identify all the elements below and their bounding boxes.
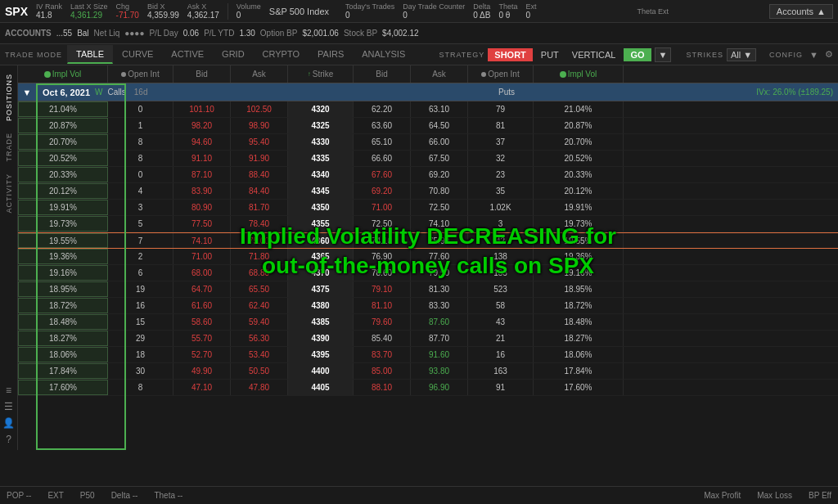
bid-right-cell[interactable]: 88.10 <box>354 380 411 395</box>
ask-right-cell[interactable]: 93.80 <box>411 363 468 379</box>
bid-right-cell[interactable]: 67.60 <box>354 167 411 182</box>
ask-cell[interactable]: 53.40 <box>231 347 288 362</box>
strike-cell[interactable]: 4385 <box>288 314 354 330</box>
bid-right-cell[interactable]: 71.00 <box>354 200 411 215</box>
accounts-button[interactable]: Accounts ▲ <box>769 4 833 19</box>
strike-cell[interactable]: 4405 <box>288 380 354 395</box>
strike-cell[interactable]: 4370 <box>288 265 354 281</box>
strike-cell[interactable]: 4325 <box>288 118 354 133</box>
table-row[interactable]: 20.33% 0 87.10 88.40 4340 67.60 69.20 23… <box>18 167 838 183</box>
bid-right-cell[interactable]: 85.40 <box>354 331 411 346</box>
ask-right-cell[interactable]: 87.60 <box>411 314 468 330</box>
bid-cell[interactable]: 77.50 <box>173 216 231 232</box>
bid-cell[interactable]: 68.00 <box>173 265 231 281</box>
ask-cell[interactable]: 78.40 <box>231 216 288 232</box>
strike-cell[interactable]: 4400 <box>288 363 354 379</box>
bid-cell[interactable]: 83.90 <box>173 183 231 199</box>
expiry-arrow[interactable]: ▼ <box>18 88 36 97</box>
bid-right-cell[interactable]: 74.10 <box>354 233 411 248</box>
bid-right-cell[interactable]: 79.10 <box>354 281 411 297</box>
bid-right-cell[interactable]: 69.20 <box>354 183 411 199</box>
ask-right-cell[interactable]: 64.50 <box>411 118 468 133</box>
table-row[interactable]: 18.48% 15 58.60 59.40 4385 79.60 87.60 4… <box>18 314 838 331</box>
tab-pairs[interactable]: PAIRS <box>309 45 353 64</box>
ask-cell[interactable]: 50.50 <box>231 363 288 379</box>
table-row[interactable]: 20.52% 8 91.10 91.90 4335 66.60 67.50 32… <box>18 151 838 167</box>
table-row[interactable]: 20.12% 4 83.90 84.40 4345 69.20 70.80 35… <box>18 183 838 200</box>
bid-right-cell[interactable]: 63.60 <box>354 118 411 133</box>
ask-cell[interactable]: 65.50 <box>231 281 288 297</box>
ask-cell[interactable]: 84.40 <box>231 183 288 199</box>
expiry-row[interactable]: ▼ Oct 6, 2021 W Calls 16d Puts IVx: 26.0… <box>18 83 838 101</box>
strategy-dropdown-arrow[interactable]: ▼ <box>655 47 672 62</box>
bid-right-cell[interactable]: 81.10 <box>354 298 411 313</box>
bid-cell[interactable]: 80.90 <box>173 200 231 215</box>
tab-analysis[interactable]: ANALYSIS <box>353 45 414 64</box>
strike-cell[interactable]: 4355 <box>288 216 354 232</box>
bid-right-cell[interactable]: 66.60 <box>354 151 411 166</box>
ask-cell[interactable]: 47.80 <box>231 380 288 395</box>
strike-cell[interactable]: 4340 <box>288 167 354 182</box>
ask-right-cell[interactable]: 67.50 <box>411 151 468 166</box>
ask-right-cell[interactable]: 91.60 <box>411 347 468 362</box>
strike-cell[interactable]: 4360 <box>288 233 354 248</box>
ask-cell[interactable]: 75.00 <box>231 233 288 248</box>
table-row[interactable]: 21.04% 0 101.10 102.50 4320 62.20 63.10 … <box>18 101 838 118</box>
bid-right-cell[interactable]: 79.60 <box>354 314 411 330</box>
bid-right-cell[interactable]: 85.00 <box>354 363 411 379</box>
ask-right-cell[interactable]: 70.80 <box>411 183 468 199</box>
bid-right-cell[interactable]: 78.60 <box>354 265 411 281</box>
ask-cell[interactable]: 98.90 <box>231 118 288 133</box>
table-row[interactable]: 18.27% 29 55.70 56.30 4390 85.40 87.70 2… <box>18 331 838 347</box>
ask-cell[interactable]: 68.80 <box>231 265 288 281</box>
bid-right-cell[interactable]: 76.90 <box>354 249 411 264</box>
strike-cell[interactable]: 4345 <box>288 183 354 199</box>
bid-cell[interactable]: 58.60 <box>173 314 231 330</box>
bid-right-cell[interactable]: 62.20 <box>354 101 411 117</box>
tab-table[interactable]: TABLE <box>67 45 113 64</box>
ask-right-cell[interactable]: 79.50 <box>411 265 468 281</box>
ask-right-cell[interactable]: 96.90 <box>411 380 468 395</box>
ask-cell[interactable]: 81.70 <box>231 200 288 215</box>
ask-cell[interactable]: 56.30 <box>231 331 288 346</box>
sidebar-tab-activity[interactable]: ACTIVITY <box>3 169 15 218</box>
bid-cell[interactable]: 55.70 <box>173 331 231 346</box>
strikes-select[interactable]: All ▼ <box>727 48 756 61</box>
strategy-put[interactable]: PUT <box>536 48 564 61</box>
sidebar-tab-positions[interactable]: POSITIONS <box>3 69 15 126</box>
table-row[interactable]: 17.84% 30 49.90 50.50 4400 85.00 93.80 1… <box>18 363 838 380</box>
bid-cell[interactable]: 52.70 <box>173 347 231 362</box>
strike-cell[interactable]: 4335 <box>288 151 354 166</box>
strategy-vertical[interactable]: VERTICAL <box>567 48 621 61</box>
table-row[interactable]: 19.73% 5 77.50 78.40 4355 72.50 74.10 3 … <box>18 216 838 232</box>
bid-cell[interactable]: 98.20 <box>173 118 231 133</box>
tab-curve[interactable]: CURVE <box>113 45 162 64</box>
menu-icon[interactable]: ≡ <box>6 385 11 396</box>
strike-cell[interactable]: 4375 <box>288 281 354 297</box>
bid-cell[interactable]: 87.10 <box>173 167 231 182</box>
strike-cell[interactable]: 4380 <box>288 298 354 313</box>
ask-right-cell[interactable]: 81.30 <box>411 281 468 297</box>
ask-cell[interactable]: 102.50 <box>231 101 288 117</box>
strike-cell[interactable]: 4390 <box>288 331 354 346</box>
go-button[interactable]: GO <box>624 48 651 61</box>
ask-cell[interactable]: 59.40 <box>231 314 288 330</box>
ask-right-cell[interactable]: 87.70 <box>411 331 468 346</box>
bid-cell[interactable]: 71.00 <box>173 249 231 264</box>
table-row[interactable]: 19.16% 6 68.00 68.80 4370 78.60 79.50 13… <box>18 265 838 281</box>
bid-cell[interactable]: 49.90 <box>173 363 231 379</box>
bid-cell[interactable]: 64.70 <box>173 281 231 297</box>
table-row[interactable]: 18.06% 18 52.70 53.40 4395 83.70 91.60 1… <box>18 347 838 363</box>
table-row[interactable]: 17.60% 8 47.10 47.80 4405 88.10 96.90 91… <box>18 380 838 396</box>
ask-cell[interactable]: 95.40 <box>231 134 288 150</box>
strike-cell[interactable]: 4350 <box>288 200 354 215</box>
ask-cell[interactable]: 62.40 <box>231 298 288 313</box>
ask-right-cell[interactable]: 69.20 <box>411 167 468 182</box>
ask-cell[interactable]: 71.80 <box>231 249 288 264</box>
table-row[interactable]: 20.87% 1 98.20 98.90 4325 63.60 64.50 81… <box>18 118 838 134</box>
bid-right-cell[interactable]: 72.50 <box>354 216 411 232</box>
strike-cell[interactable]: 4395 <box>288 347 354 362</box>
help-icon[interactable]: ? <box>6 434 11 445</box>
list-icon[interactable]: ☰ <box>4 401 13 412</box>
bid-right-cell[interactable]: 65.10 <box>354 134 411 150</box>
